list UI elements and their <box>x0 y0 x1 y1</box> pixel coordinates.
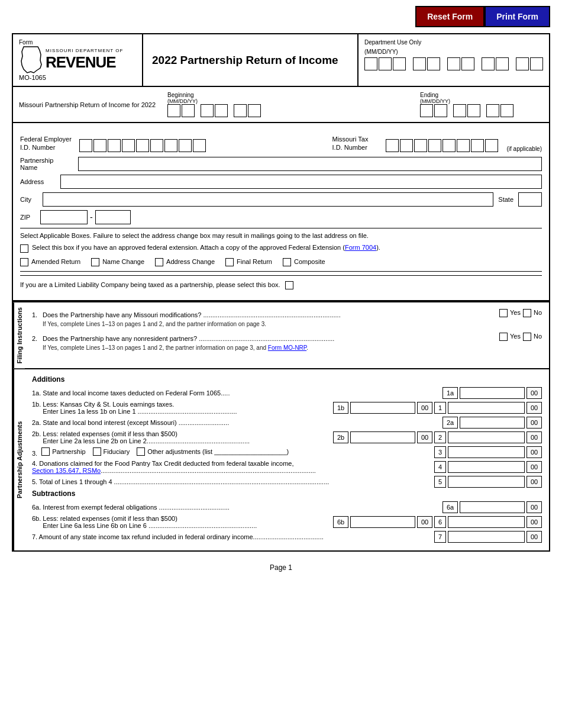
extension-text: Select this box if you have an approved … <box>32 244 380 251</box>
zip-dash: - <box>90 212 93 222</box>
line-2a-row: 2a. State and local bond interest (excep… <box>32 417 542 429</box>
ein-box-5[interactable] <box>136 139 149 152</box>
line-2b-amount[interactable] <box>350 431 415 443</box>
dept-box-3[interactable] <box>393 57 406 70</box>
mo-box-2[interactable] <box>400 139 413 152</box>
line-5-amount[interactable] <box>448 476 525 488</box>
llc-checkbox[interactable] <box>285 281 293 289</box>
end-box-3[interactable] <box>453 104 466 117</box>
line-6a-amount[interactable] <box>460 501 525 513</box>
q2-no-checkbox[interactable] <box>523 333 531 341</box>
mo-box-3[interactable] <box>414 139 427 152</box>
filing-instructions-sidebar: Filing Instructions <box>13 302 25 368</box>
line-1b-amount[interactable] <box>350 402 415 414</box>
extension-checkbox[interactable] <box>20 244 28 253</box>
ein-box-7[interactable] <box>164 139 177 152</box>
ein-box-9[interactable] <box>193 139 206 152</box>
ein-box-4[interactable] <box>122 139 135 152</box>
pa-sidebar: Partnership Adjustments <box>13 369 25 550</box>
begin-box-6[interactable] <box>248 104 261 117</box>
mo-box-7[interactable] <box>471 139 484 152</box>
dept-box-6[interactable] <box>447 57 460 70</box>
dept-box-8[interactable] <box>482 57 495 70</box>
dept-box-2[interactable] <box>379 57 392 70</box>
ein-box-2[interactable] <box>93 139 106 152</box>
q2-yes-checkbox[interactable] <box>499 333 508 341</box>
pa-body: Additions 1a. State and local income tax… <box>25 369 549 550</box>
state-input[interactable] <box>518 192 542 207</box>
zip-input-main[interactable] <box>40 210 88 224</box>
dept-box-4[interactable] <box>413 57 426 70</box>
q1-no-label: No <box>534 309 542 316</box>
dept-box-5[interactable] <box>427 57 440 70</box>
line-3-id: 3 <box>434 446 446 458</box>
beginning-label: Beginning <box>167 92 261 98</box>
q1-num: 1. <box>32 311 40 318</box>
mo-box-6[interactable] <box>457 139 470 152</box>
partnership-name-label: PartnershipName <box>20 157 73 171</box>
zip-input-ext[interactable] <box>95 210 131 224</box>
end-box-1[interactable] <box>420 104 433 117</box>
line-2-amount[interactable] <box>448 431 525 443</box>
mo-box-8[interactable] <box>485 139 498 152</box>
q2-if-yes: If Yes, complete Lines 1–13 on pages 1 a… <box>43 344 542 351</box>
final-return-checkbox[interactable] <box>225 258 234 266</box>
print-button[interactable]: Print Form <box>485 6 550 27</box>
ein-box-6[interactable] <box>150 139 163 152</box>
dept-box-10[interactable] <box>516 57 529 70</box>
line-1a-id: 1a <box>443 387 458 399</box>
line-6b-amount[interactable] <box>350 516 415 528</box>
amended-return-checkbox[interactable] <box>20 258 28 266</box>
begin-box-3[interactable] <box>201 104 214 117</box>
line-3-other-checkbox[interactable] <box>137 447 145 456</box>
section-link[interactable]: Section 135.647, RSMo <box>32 467 101 474</box>
ein-box-8[interactable] <box>179 139 192 152</box>
line-1-amount[interactable] <box>448 402 525 414</box>
q1-yes-checkbox[interactable] <box>499 309 508 317</box>
begin-box-1[interactable] <box>167 104 180 117</box>
end-box-6[interactable] <box>500 104 513 117</box>
mo-box-4[interactable] <box>428 139 441 152</box>
line-1a-amount[interactable] <box>460 387 525 399</box>
line-6b-row: 6b. Less: related expenses (omit if less… <box>32 515 542 529</box>
mo-box-5[interactable] <box>443 139 456 152</box>
end-box-2[interactable] <box>434 104 447 117</box>
line-1b-cents: 00 <box>417 402 432 414</box>
dept-label: MISSOURI DEPARTMENT OF <box>46 48 123 53</box>
name-change-checkbox[interactable] <box>91 258 99 266</box>
end-box-5[interactable] <box>486 104 499 117</box>
line-2a-cents: 00 <box>527 417 542 429</box>
line-4-amount[interactable] <box>448 461 525 473</box>
address-change-checkbox[interactable] <box>155 258 163 266</box>
dept-box-11[interactable] <box>530 57 543 70</box>
mo-nrp-link[interactable]: Form MO-NRP <box>268 344 306 351</box>
partnership-name-input[interactable] <box>78 157 542 171</box>
form-7004-link[interactable]: Form 7004 <box>345 244 376 251</box>
composite-checkbox[interactable] <box>283 258 291 266</box>
state-label: State <box>498 196 513 203</box>
city-input[interactable] <box>43 192 493 207</box>
ein-box-3[interactable] <box>108 139 121 152</box>
mo-box-1[interactable] <box>386 139 399 152</box>
dept-box-7[interactable] <box>461 57 474 70</box>
line-5-cents: 00 <box>527 476 542 488</box>
line-3-amount[interactable] <box>448 446 525 458</box>
address-input[interactable] <box>60 175 542 189</box>
begin-box-5[interactable] <box>234 104 247 117</box>
dept-box-1[interactable] <box>364 57 377 70</box>
end-box-4[interactable] <box>467 104 480 117</box>
q1-no-checkbox[interactable] <box>523 309 531 317</box>
line-6b-cents: 00 <box>417 516 432 528</box>
begin-box-4[interactable] <box>215 104 228 117</box>
if-applicable-label: (if applicable) <box>507 146 542 152</box>
line-6-amount[interactable] <box>448 516 525 528</box>
line-3-fiduciary-checkbox[interactable] <box>93 447 101 456</box>
dept-box-9[interactable] <box>496 57 509 70</box>
ein-box-1[interactable] <box>79 139 92 152</box>
line-2a-amount[interactable] <box>460 417 525 429</box>
line-3-partnership-checkbox[interactable] <box>41 447 50 456</box>
begin-box-2[interactable] <box>182 104 195 117</box>
page-footer: Page 1 <box>12 563 550 572</box>
reset-button[interactable]: Reset Form <box>415 6 485 27</box>
line-7-amount[interactable] <box>448 531 525 543</box>
